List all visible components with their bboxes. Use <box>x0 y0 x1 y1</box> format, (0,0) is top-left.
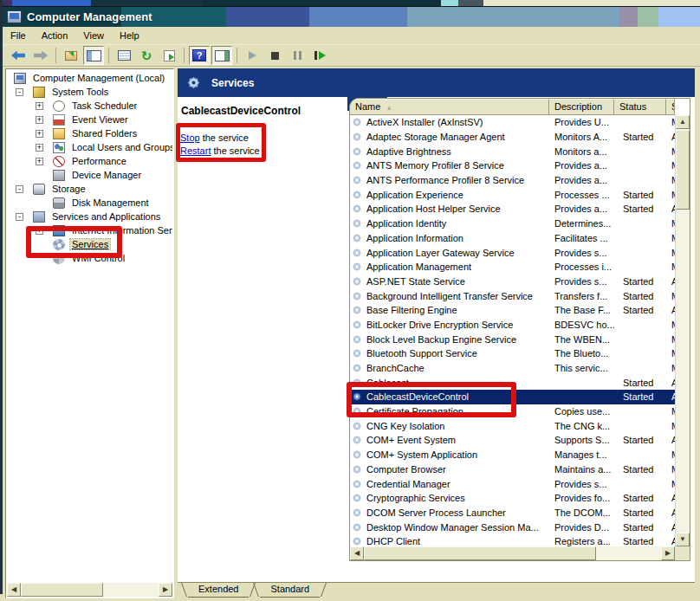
service-row[interactable]: BranchCache This servic... M <box>350 361 675 376</box>
service-row[interactable]: Application Management Processes i... M <box>350 260 675 275</box>
service-row[interactable]: Application Experience Processes ... Sta… <box>350 187 675 202</box>
service-row[interactable]: Desktop Window Manager Session Ma... Pro… <box>350 520 675 534</box>
service-gear-icon <box>352 291 362 301</box>
forward-button[interactable] <box>30 46 51 65</box>
scroll-left-button[interactable]: ◀ <box>7 583 21 597</box>
service-row[interactable]: COM+ System Application Manages t... M <box>350 448 675 462</box>
tree-item-shared-folders[interactable]: + Shared Folders <box>7 126 172 140</box>
title-bar[interactable]: Computer Management <box>3 7 700 27</box>
column-header-status[interactable]: Status <box>614 99 666 115</box>
scroll-left-button[interactable]: ◀ <box>350 546 364 560</box>
scroll-thumb[interactable] <box>364 546 596 560</box>
service-row[interactable]: ActiveX Installer (AxInstSV) Provides U.… <box>350 115 675 130</box>
service-row[interactable]: ANTS Performance Profiler 8 Service Prov… <box>350 173 675 188</box>
scroll-thumb[interactable] <box>676 130 690 210</box>
up-one-level-button[interactable] <box>61 46 81 65</box>
tree-expander-icon[interactable]: + <box>36 102 43 110</box>
scroll-right-button[interactable]: ▶ <box>661 546 675 560</box>
service-description: Provides s... <box>549 479 614 489</box>
console-tree: Computer Management (Local) - System Too… <box>7 71 172 583</box>
tree-item-task-scheduler[interactable]: + Task Scheduler <box>7 99 172 113</box>
tree-expander-icon[interactable]: - <box>16 213 23 221</box>
action-pane-icon <box>215 50 230 61</box>
scroll-thumb[interactable] <box>21 583 103 597</box>
properties-button[interactable] <box>113 46 134 65</box>
scroll-track[interactable] <box>103 583 159 597</box>
tree-expander-icon[interactable]: + <box>36 116 43 124</box>
service-name: Application Layer Gateway Service <box>366 248 515 258</box>
menu-file[interactable]: File <box>3 29 34 42</box>
menu-action[interactable]: Action <box>34 29 76 42</box>
column-header-description[interactable]: Description <box>549 99 614 115</box>
tree-expander-icon[interactable]: + <box>36 130 43 138</box>
service-name: ASP.NET State Service <box>366 276 465 287</box>
tree-item-performance[interactable]: + Performance <box>7 154 172 168</box>
service-gear-icon <box>352 348 362 359</box>
export-list-button[interactable] <box>159 46 179 65</box>
service-row[interactable]: Background Intelligent Transfer Service … <box>350 288 675 303</box>
service-row[interactable]: Cryptographic Services Provides fo... St… <box>350 491 675 506</box>
tree-item-system-tools[interactable]: - System Tools <box>7 85 172 99</box>
service-name-cell: Bluetooth Support Service <box>350 348 549 359</box>
service-row[interactable]: DCOM Server Process Launcher The DCOM...… <box>350 506 675 520</box>
service-row[interactable]: Computer Browser Maintains a... Started … <box>350 462 675 477</box>
tree-item-services-and-applications[interactable]: - Services and Applications <box>7 210 172 223</box>
scroll-up-button[interactable]: ▲ <box>676 115 690 129</box>
tree-item-device-manager[interactable]: Device Manager <box>7 168 172 182</box>
help-button[interactable]: ? <box>189 46 210 65</box>
tree-item-disk-management[interactable]: Disk Management <box>7 196 172 210</box>
start-service-button[interactable] <box>242 46 262 65</box>
tree-expander-icon[interactable]: + <box>36 158 43 165</box>
service-row[interactable]: Application Information Facilitates ... … <box>350 231 675 246</box>
service-row[interactable]: Block Level Backup Engine Service The WB… <box>350 332 675 346</box>
service-row[interactable]: ASP.NET State Service Provides s... Star… <box>350 275 675 289</box>
column-header-startup-type[interactable]: St <box>666 99 675 115</box>
tree-item-computer-management-local-[interactable]: Computer Management (Local) <box>7 71 172 85</box>
tree-item-local-users-and-groups[interactable]: + Local Users and Groups <box>7 140 172 154</box>
service-startup-type: A <box>666 305 675 315</box>
service-row[interactable]: BitLocker Drive Encryption Service BDESV… <box>350 318 675 333</box>
tree-item-storage[interactable]: - Storage <box>7 182 172 196</box>
service-row[interactable]: Application Layer Gateway Service Provid… <box>350 245 675 260</box>
tree-expander-icon[interactable]: - <box>16 185 23 193</box>
show-console-tree-button[interactable] <box>83 46 104 65</box>
restart-service-button[interactable] <box>309 46 330 65</box>
stop-service-button[interactable] <box>264 46 285 65</box>
pause-service-button[interactable] <box>287 46 308 65</box>
tree-item-event-viewer[interactable]: + Event Viewer <box>7 113 172 126</box>
scroll-down-button[interactable]: ▼ <box>676 533 690 546</box>
menu-help[interactable]: Help <box>112 29 147 42</box>
menu-view[interactable]: View <box>75 29 112 42</box>
service-row[interactable]: Credential Manager Provides s... M <box>350 476 675 491</box>
service-row[interactable]: Adaptec Storage Manager Agent Monitors A… <box>350 130 675 145</box>
service-row[interactable]: Application Identity Determines... M <box>350 216 675 231</box>
service-row[interactable]: DHCP Client Registers a... Started A <box>350 534 675 546</box>
back-button[interactable] <box>8 46 29 65</box>
service-name-cell: Application Information <box>350 233 549 243</box>
service-row[interactable]: Application Host Helper Service Provides… <box>350 202 675 216</box>
column-header-name[interactable]: Name▲ <box>350 99 549 115</box>
scroll-track[interactable] <box>596 546 661 560</box>
service-row[interactable]: Bluetooth Support Service The Blueto... … <box>350 346 675 361</box>
tree-expander-icon[interactable]: - <box>16 88 23 96</box>
service-description: Copies use... <box>549 406 614 417</box>
tree-expander-icon[interactable]: + <box>36 144 43 152</box>
show-action-pane-button[interactable] <box>211 46 232 65</box>
list-vertical-scrollbar[interactable]: ▲ ▼ <box>675 115 690 546</box>
tree-horizontal-scrollbar[interactable]: ◀ ▶ <box>7 583 172 597</box>
service-row[interactable]: Base Filtering Engine The Base F... Star… <box>350 303 675 318</box>
service-startup-type: M <box>666 363 675 373</box>
service-row[interactable]: CNG Key Isolation The CNG k... M <box>350 418 675 433</box>
tab-extended[interactable]: Extended <box>188 583 249 598</box>
service-startup-type: M <box>666 320 675 330</box>
service-row[interactable]: Adaptive Brightness Monitors a... M <box>350 144 675 158</box>
service-row[interactable]: COM+ Event System Supports S... Started … <box>350 433 675 448</box>
service-name-cell: CNG Key Isolation <box>350 421 549 431</box>
service-row[interactable]: ANTS Memory Profiler 8 Service Provides … <box>350 158 675 173</box>
scroll-right-button[interactable]: ▶ <box>159 583 172 597</box>
back-icon <box>11 51 25 61</box>
service-gear-icon <box>352 204 362 214</box>
tab-standard[interactable]: Standard <box>260 583 320 598</box>
list-horizontal-scrollbar[interactable]: ◀ ▶ <box>350 546 675 560</box>
refresh-button[interactable]: ↻ <box>136 46 157 65</box>
